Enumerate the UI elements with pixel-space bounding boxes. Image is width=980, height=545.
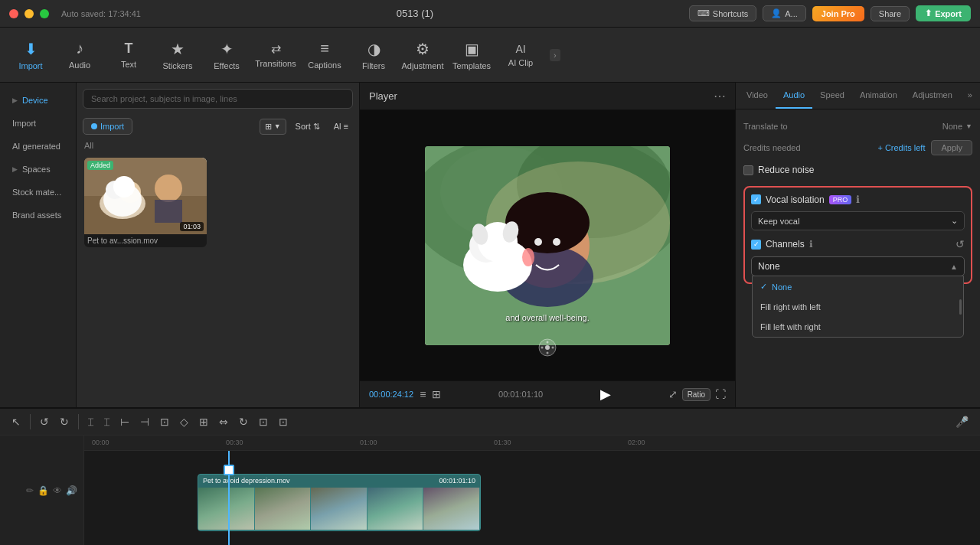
- clip-thumb-5: [423, 488, 480, 530]
- crop-button[interactable]: ⊞: [195, 413, 212, 430]
- apply-button[interactable]: Apply: [931, 140, 972, 155]
- sidebar-item-device[interactable]: ▶ Device: [5, 90, 71, 111]
- maximize-button[interactable]: [40, 9, 49, 18]
- export-button[interactable]: ⬆ Export: [916, 5, 971, 21]
- vocal-isolation-checkbox[interactable]: ✓: [751, 194, 761, 204]
- edit-icon-button[interactable]: ✏: [26, 485, 34, 496]
- credits-label: Credits needed: [743, 143, 801, 152]
- view-toggle-button[interactable]: ⊞ ▼: [260, 119, 286, 135]
- toolbar-item-templates[interactable]: ▣ Templates: [449, 32, 495, 78]
- channel-option-fill-right[interactable]: Fill right with left: [753, 297, 963, 317]
- tab-animation[interactable]: Animation: [852, 83, 905, 109]
- channels-info-icon[interactable]: ℹ: [809, 239, 813, 250]
- toolbar-item-filters[interactable]: ◑ Filters: [351, 32, 397, 78]
- channel-option-none[interactable]: ✓ None: [753, 276, 963, 297]
- titlebar-right: ⌨ Shortcuts 👤 A... Join Pro Share ⬆ Expo…: [689, 5, 971, 21]
- player-menu-button[interactable]: ⋯: [714, 89, 726, 103]
- lock-icon-button[interactable]: 🔒: [38, 485, 49, 496]
- channels-checkbox[interactable]: ✓: [751, 240, 761, 250]
- toolbar-item-import[interactable]: ⬇ Import: [8, 32, 54, 78]
- tab-audio[interactable]: Audio: [776, 83, 812, 109]
- rotate-button[interactable]: ↻: [235, 413, 252, 430]
- toolbar-expand-button[interactable]: ›: [550, 49, 560, 61]
- flip-button[interactable]: ⇔: [215, 413, 232, 430]
- select-tool-button[interactable]: ↖: [8, 413, 24, 430]
- toolbar-item-stickers[interactable]: ★ Stickers: [155, 32, 201, 78]
- toolbar-item-text[interactable]: T Text: [106, 32, 152, 78]
- clip-label: Pet to av...ssion.mov: [84, 234, 207, 247]
- app-body: ▶ Device Import AI generated ▶ Spaces St…: [0, 83, 980, 545]
- ratio-button[interactable]: Ratio: [682, 388, 710, 401]
- delete-button[interactable]: ⊡: [156, 413, 173, 430]
- split-playhead-button[interactable]: ⌶: [100, 414, 113, 429]
- redo-button[interactable]: ↻: [56, 413, 73, 430]
- channel-option-fill-left[interactable]: Fill left with right: [753, 317, 963, 337]
- timeline-track-area: 00:00 00:30 01:00 01:30 02:00 Pet to avo…: [84, 436, 980, 545]
- list-item[interactable]: Added 01:03 Pet to av...ssion.mov: [84, 158, 207, 247]
- share-button[interactable]: Share: [871, 6, 910, 21]
- sidebar-item-ai-generated[interactable]: AI generated: [5, 135, 71, 157]
- titlebar-left: Auto saved: 17:34:41: [9, 9, 141, 18]
- vocal-isolation-info-icon[interactable]: ℹ: [856, 194, 860, 205]
- snap-button[interactable]: ⊡: [255, 413, 272, 430]
- tab-speed[interactable]: Speed: [812, 83, 852, 109]
- mic-button[interactable]: 🎤: [952, 413, 972, 430]
- sidebar-item-import[interactable]: Import: [5, 113, 71, 134]
- ruler-mark-0200: 02:00: [628, 439, 645, 446]
- sort-button[interactable]: Sort ⇅: [291, 119, 325, 134]
- tab-video[interactable]: Video: [739, 83, 776, 109]
- sidebar-item-spaces[interactable]: ▶ Spaces: [5, 158, 71, 180]
- trim-start-button[interactable]: ⊢: [116, 413, 133, 430]
- keyframe-button[interactable]: ◇: [176, 413, 192, 430]
- playhead-handle[interactable]: [224, 465, 234, 475]
- toolbar-label-text: Text: [121, 60, 136, 69]
- close-button[interactable]: [9, 9, 18, 18]
- fullscreen-icon[interactable]: ⛶: [715, 388, 726, 400]
- toolbar-item-ai-clip[interactable]: AI AI Clip: [498, 32, 544, 78]
- sidebar-item-stock-mate[interactable]: Stock mate...: [5, 181, 71, 203]
- ai-icon: AI: [515, 43, 525, 55]
- toolbar-item-adjustment[interactable]: ⚙ Adjustment: [400, 32, 446, 78]
- import-button[interactable]: Import: [83, 118, 132, 135]
- right-panel-tabs: Video Audio Speed Animation Adjustmen »: [736, 83, 980, 109]
- undo-button[interactable]: ↺: [36, 413, 53, 430]
- sidebar-label-import: Import: [12, 119, 36, 128]
- timeline-toolbar: ↖ ↺ ↻ ⌶ ⌶ ⊢ ⊣ ⊡ ◇ ⊞ ⇔ ↻ ⊡ ⊡ 🎤: [0, 409, 980, 436]
- minimize-button[interactable]: [24, 9, 34, 18]
- tab-more[interactable]: »: [960, 83, 980, 109]
- play-button[interactable]: ▶: [600, 386, 611, 403]
- reduce-noise-row: Reduce noise: [743, 160, 972, 180]
- filter-button[interactable]: Al ≡: [329, 119, 353, 133]
- translate-dropdown[interactable]: None ▼: [942, 122, 972, 131]
- channels-refresh-icon[interactable]: ↺: [956, 238, 965, 250]
- account-button[interactable]: 👤 A...: [763, 5, 806, 21]
- frame-export-button[interactable]: ⊡: [275, 413, 292, 430]
- toolbar-item-audio[interactable]: ♪ Audio: [57, 32, 103, 78]
- audio-icon-button[interactable]: 🔊: [66, 485, 77, 496]
- translate-value: None: [942, 122, 962, 131]
- tab-adjustment[interactable]: Adjustmen: [905, 83, 960, 109]
- timeline-grid-icon[interactable]: ⊞: [432, 388, 441, 400]
- vocal-isolation-dropdown[interactable]: Keep vocal ⌄: [751, 211, 965, 230]
- trim-end-button[interactable]: ⊣: [136, 413, 153, 430]
- channels-dropdown-menu: ✓ None Fill right with left Fill left wi…: [752, 276, 964, 338]
- vi-title-row: ✓ Vocal isolation PRO ℹ: [751, 194, 860, 205]
- reduce-noise-checkbox[interactable]: [743, 165, 753, 175]
- toolbar-item-effects[interactable]: ✦ Effects: [204, 32, 250, 78]
- channels-dropdown[interactable]: None ▲ ✓ None Fill right with left: [751, 256, 965, 276]
- toolbar-item-transitions[interactable]: ⇄ Transitions: [253, 32, 299, 78]
- credits-add-icon[interactable]: + Credits left: [877, 143, 925, 152]
- clip-duration-label: 00:01:01:10: [439, 477, 475, 485]
- timeline-list-icon[interactable]: ≡: [420, 388, 426, 400]
- channels-dropdown-header[interactable]: None ▲: [752, 257, 964, 276]
- video-clip[interactable]: Pet to avoid depression.mov 00:01:01:10: [198, 474, 481, 531]
- sidebar-item-brand-assets[interactable]: Brand assets: [5, 204, 71, 226]
- shortcuts-button[interactable]: ⌨ Shortcuts: [689, 5, 756, 21]
- fit-screen-icon[interactable]: ⤢: [668, 388, 678, 400]
- toolbar-item-captions[interactable]: ≡ Captions: [302, 32, 348, 78]
- join-pro-button[interactable]: Join Pro: [812, 6, 864, 21]
- visibility-icon-button[interactable]: 👁: [53, 485, 62, 496]
- ch-title-row: ✓ Channels ℹ: [751, 239, 813, 250]
- search-input[interactable]: [83, 89, 353, 109]
- split-button[interactable]: ⌶: [84, 414, 97, 429]
